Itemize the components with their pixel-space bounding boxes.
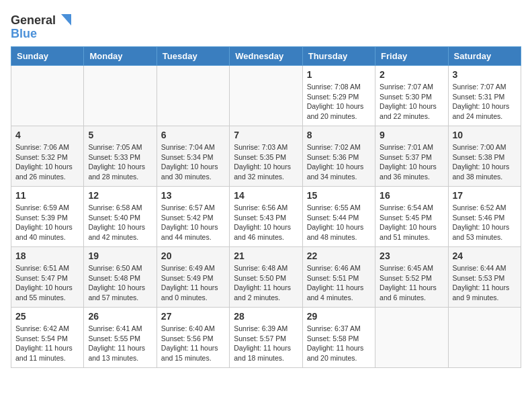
day-info: Sunrise: 6:58 AMSunset: 5:40 PMDaylight:… — [88, 203, 152, 242]
day-info: Sunrise: 7:02 AMSunset: 5:36 PMDaylight:… — [307, 142, 371, 182]
calendar-cell: 27Sunrise: 6:40 AMSunset: 5:56 PMDayligh… — [157, 308, 229, 368]
calendar-cell — [11, 66, 84, 126]
day-number: 27 — [161, 311, 225, 322]
day-number: 23 — [380, 250, 443, 261]
day-info: Sunrise: 6:48 AMSunset: 5:50 PMDaylight:… — [234, 263, 298, 303]
header-sunday: Sunday — [11, 47, 84, 66]
svg-marker-2 — [61, 14, 71, 26]
calendar-cell: 5Sunrise: 7:05 AMSunset: 5:33 PMDaylight… — [84, 126, 157, 187]
day-info: Sunrise: 6:52 AMSunset: 5:46 PMDaylight:… — [453, 203, 517, 242]
day-number: 14 — [234, 190, 298, 201]
calendar-cell: 24Sunrise: 6:44 AMSunset: 5:53 PMDayligh… — [448, 247, 521, 308]
day-number: 25 — [15, 311, 79, 322]
day-info: Sunrise: 6:59 AMSunset: 5:39 PMDaylight:… — [15, 203, 79, 242]
day-number: 2 — [380, 69, 443, 80]
day-number: 8 — [307, 130, 371, 140]
day-info: Sunrise: 6:51 AMSunset: 5:47 PMDaylight:… — [15, 263, 79, 303]
calendar-cell: 10Sunrise: 7:00 AMSunset: 5:38 PMDayligh… — [448, 126, 521, 187]
calendar-cell: 25Sunrise: 6:42 AMSunset: 5:54 PMDayligh… — [11, 308, 84, 368]
calendar-cell: 4Sunrise: 7:06 AMSunset: 5:32 PMDaylight… — [11, 126, 84, 187]
week-row-2: 4Sunrise: 7:06 AMSunset: 5:32 PMDaylight… — [11, 126, 521, 187]
day-info: Sunrise: 7:05 AMSunset: 5:33 PMDaylight:… — [88, 142, 152, 182]
header-thursday: Thursday — [302, 47, 375, 66]
calendar-cell — [448, 308, 521, 368]
day-number: 3 — [453, 69, 517, 80]
day-number: 17 — [453, 190, 517, 201]
calendar-cell: 15Sunrise: 6:55 AMSunset: 5:44 PMDayligh… — [302, 187, 375, 247]
calendar-table: SundayMondayTuesdayWednesdayThursdayFrid… — [11, 46, 521, 368]
calendar-cell: 28Sunrise: 6:39 AMSunset: 5:57 PMDayligh… — [230, 308, 302, 368]
day-number: 29 — [307, 311, 371, 322]
svg-text:General: General — [11, 13, 56, 27]
calendar-cell: 17Sunrise: 6:52 AMSunset: 5:46 PMDayligh… — [448, 187, 521, 247]
day-number: 19 — [88, 250, 152, 261]
day-number: 24 — [453, 250, 517, 261]
calendar-cell: 29Sunrise: 6:37 AMSunset: 5:58 PMDayligh… — [302, 308, 375, 368]
week-row-4: 18Sunrise: 6:51 AMSunset: 5:47 PMDayligh… — [11, 247, 521, 308]
calendar-cell: 19Sunrise: 6:50 AMSunset: 5:48 PMDayligh… — [84, 247, 157, 308]
calendar-cell: 11Sunrise: 6:59 AMSunset: 5:39 PMDayligh… — [11, 187, 84, 247]
header-wednesday: Wednesday — [230, 47, 302, 66]
day-number: 9 — [380, 130, 443, 140]
day-number: 10 — [453, 130, 517, 140]
day-info: Sunrise: 7:08 AMSunset: 5:29 PMDaylight:… — [307, 82, 371, 122]
logo-icon: GeneralBlue — [11, 11, 71, 41]
day-info: Sunrise: 7:00 AMSunset: 5:38 PMDaylight:… — [453, 142, 517, 182]
header-tuesday: Tuesday — [157, 47, 229, 66]
calendar-cell: 2Sunrise: 7:07 AMSunset: 5:30 PMDaylight… — [375, 66, 448, 126]
calendar-cell: 9Sunrise: 7:01 AMSunset: 5:37 PMDaylight… — [375, 126, 448, 187]
calendar-cell — [84, 66, 157, 126]
calendar-cell: 6Sunrise: 7:04 AMSunset: 5:34 PMDaylight… — [157, 126, 229, 187]
day-number: 7 — [234, 130, 298, 140]
day-info: Sunrise: 6:56 AMSunset: 5:43 PMDaylight:… — [234, 203, 298, 242]
calendar-cell: 13Sunrise: 6:57 AMSunset: 5:42 PMDayligh… — [157, 187, 229, 247]
day-info: Sunrise: 6:42 AMSunset: 5:54 PMDaylight:… — [15, 324, 79, 363]
day-number: 5 — [88, 130, 152, 140]
day-info: Sunrise: 6:44 AMSunset: 5:53 PMDaylight:… — [453, 263, 517, 303]
calendar-cell: 3Sunrise: 7:07 AMSunset: 5:31 PMDaylight… — [448, 66, 521, 126]
day-info: Sunrise: 7:01 AMSunset: 5:37 PMDaylight:… — [380, 142, 443, 182]
day-info: Sunrise: 6:45 AMSunset: 5:52 PMDaylight:… — [380, 263, 443, 303]
calendar-cell: 26Sunrise: 6:41 AMSunset: 5:55 PMDayligh… — [84, 308, 157, 368]
day-number: 20 — [161, 250, 225, 261]
week-row-3: 11Sunrise: 6:59 AMSunset: 5:39 PMDayligh… — [11, 187, 521, 247]
calendar-cell — [230, 66, 302, 126]
day-number: 21 — [234, 250, 298, 261]
calendar-cell: 21Sunrise: 6:48 AMSunset: 5:50 PMDayligh… — [230, 247, 302, 308]
day-number: 16 — [380, 190, 443, 201]
day-number: 26 — [88, 311, 152, 322]
header: GeneralBlue — [11, 11, 521, 41]
day-number: 11 — [15, 190, 79, 201]
calendar-cell: 8Sunrise: 7:02 AMSunset: 5:36 PMDaylight… — [302, 126, 375, 187]
day-info: Sunrise: 7:07 AMSunset: 5:31 PMDaylight:… — [453, 82, 517, 122]
day-info: Sunrise: 6:40 AMSunset: 5:56 PMDaylight:… — [161, 324, 225, 363]
calendar-cell — [157, 66, 229, 126]
header-saturday: Saturday — [448, 47, 521, 66]
day-info: Sunrise: 6:39 AMSunset: 5:57 PMDaylight:… — [234, 324, 298, 363]
calendar-cell: 1Sunrise: 7:08 AMSunset: 5:29 PMDaylight… — [302, 66, 375, 126]
day-info: Sunrise: 7:07 AMSunset: 5:30 PMDaylight:… — [380, 82, 443, 122]
day-number: 1 — [307, 69, 371, 80]
day-info: Sunrise: 6:49 AMSunset: 5:49 PMDaylight:… — [161, 263, 225, 303]
week-row-1: 1Sunrise: 7:08 AMSunset: 5:29 PMDaylight… — [11, 66, 521, 126]
svg-text:Blue: Blue — [11, 27, 37, 40]
day-info: Sunrise: 6:37 AMSunset: 5:58 PMDaylight:… — [307, 324, 371, 363]
day-info: Sunrise: 7:03 AMSunset: 5:35 PMDaylight:… — [234, 142, 298, 182]
day-info: Sunrise: 6:54 AMSunset: 5:45 PMDaylight:… — [380, 203, 443, 242]
day-number: 22 — [307, 250, 371, 261]
logo: GeneralBlue — [11, 11, 71, 41]
calendar-cell: 16Sunrise: 6:54 AMSunset: 5:45 PMDayligh… — [375, 187, 448, 247]
day-info: Sunrise: 7:06 AMSunset: 5:32 PMDaylight:… — [15, 142, 79, 182]
day-number: 12 — [88, 190, 152, 201]
day-number: 13 — [161, 190, 225, 201]
day-info: Sunrise: 7:04 AMSunset: 5:34 PMDaylight:… — [161, 142, 225, 182]
day-number: 4 — [15, 130, 79, 140]
calendar-cell: 14Sunrise: 6:56 AMSunset: 5:43 PMDayligh… — [230, 187, 302, 247]
calendar-cell: 12Sunrise: 6:58 AMSunset: 5:40 PMDayligh… — [84, 187, 157, 247]
day-info: Sunrise: 6:50 AMSunset: 5:48 PMDaylight:… — [88, 263, 152, 303]
day-info: Sunrise: 6:55 AMSunset: 5:44 PMDaylight:… — [307, 203, 371, 242]
day-number: 6 — [161, 130, 225, 140]
day-number: 28 — [234, 311, 298, 322]
calendar-cell: 18Sunrise: 6:51 AMSunset: 5:47 PMDayligh… — [11, 247, 84, 308]
calendar-cell: 7Sunrise: 7:03 AMSunset: 5:35 PMDaylight… — [230, 126, 302, 187]
